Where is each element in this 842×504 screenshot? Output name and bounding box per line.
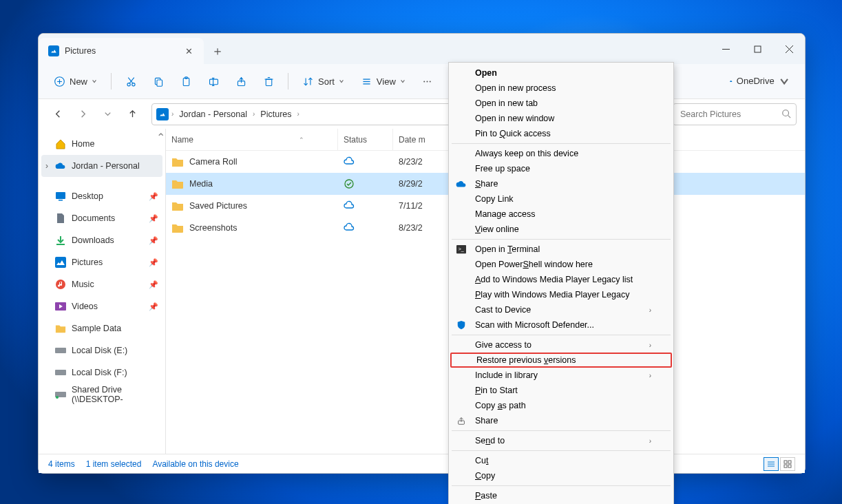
copy-button[interactable] [146,69,171,94]
svg-text:>_: >_ [459,246,464,252]
ctx-cast[interactable]: Cast to Device› [450,302,672,317]
ctx-manage-access[interactable]: Manage access [450,207,672,222]
column-name[interactable]: Name⌃ [166,129,338,150]
sidebar-item-disk-f[interactable]: Local Disk (F:) [39,361,165,384]
ctx-open[interactable]: Open [450,65,672,81]
rename-button[interactable] [201,69,226,94]
view-mode-toggle [764,457,795,471]
svg-point-30 [427,81,428,82]
paste-button[interactable] [173,69,198,94]
close-window-button[interactable] [773,34,805,64]
svg-rect-21 [266,79,272,85]
pictures-icon [156,108,169,120]
sidebar-item-home[interactable]: Home [39,133,165,155]
download-icon [55,235,66,246]
cloud-icon [55,160,66,171]
sidebar-item-music[interactable]: Music📌 [39,273,165,295]
share-button[interactable] [229,69,253,94]
network-drive-icon [55,389,66,400]
ctx-open-powershell[interactable]: Open PowerShell window here [450,257,672,272]
more-button[interactable] [415,69,440,94]
svg-rect-1 [755,46,761,52]
context-menu: Open Open in new process Open in new tab… [448,62,674,504]
ctx-include-library[interactable]: Include in library› [450,368,672,383]
ctx-open-window[interactable]: Open in new window [450,111,672,126]
maximize-button[interactable] [741,34,773,64]
sidebar-item-sample[interactable]: Sample Data [39,317,165,339]
synced-status-icon [344,178,355,189]
submenu-arrow-icon: › [649,372,651,379]
back-button[interactable] [47,103,69,125]
minimize-button[interactable] [710,34,741,64]
forward-button[interactable] [72,103,94,125]
sidebar-item-disk-e[interactable]: Local Disk (E:) [39,339,165,361]
details-view-button[interactable] [764,457,779,471]
cloud-status-icon [344,156,355,167]
chevron-right-icon[interactable]: › [171,110,173,118]
ctx-pin-start[interactable]: Pin to Start [450,383,672,398]
tiles-view-button[interactable] [780,457,795,471]
item-count: 4 items [48,459,75,469]
submenu-arrow-icon: › [649,342,651,349]
ctx-copy[interactable]: Copy [450,468,672,483]
sidebar-item-pictures[interactable]: Pictures📌 [39,251,165,273]
onedrive-button[interactable]: OneDrive [723,76,797,87]
chevron-right-icon[interactable]: › [253,110,255,118]
ctx-wmp-play[interactable]: Play with Windows Media Player Legacy [450,287,672,302]
new-tab-button[interactable]: ＋ [204,38,231,64]
svg-point-7 [127,83,129,85]
svg-point-31 [430,81,431,82]
ctx-share-onedrive[interactable]: Share [450,176,672,191]
cut-button[interactable] [118,69,143,94]
folder-icon [171,157,184,167]
ctx-send-to[interactable]: Send to› [450,433,672,448]
up-button[interactable] [121,103,143,125]
ctx-view-online[interactable]: View online [450,222,672,237]
ctx-share[interactable]: Share [450,413,672,428]
terminal-icon: >_ [456,244,467,255]
sidebar-item-personal[interactable]: Jordan - Personal [41,155,162,177]
file-explorer-window: Pictures ✕ ＋ New Sort [38,33,806,474]
search-input[interactable] [673,103,797,125]
close-tab-button[interactable]: ✕ [183,45,194,56]
ctx-always-keep[interactable]: Always keep on this device [450,146,672,161]
view-button[interactable]: View [354,69,412,94]
breadcrumb-pictures[interactable]: Pictures [257,108,294,120]
breadcrumb-personal[interactable]: Jordan - Personal [176,108,250,120]
ctx-copy-link[interactable]: Copy Link [450,191,672,207]
ctx-open-process[interactable]: Open in new process [450,81,672,96]
ctx-restore-versions[interactable]: Restore previous versions [450,353,672,368]
column-status[interactable]: Status [338,129,393,150]
ctx-open-tab[interactable]: Open in new tab [450,96,672,111]
sort-button[interactable]: Sort [295,69,351,94]
ctx-give-access[interactable]: Give access to› [450,337,672,353]
ctx-cut[interactable]: Cut [450,453,672,468]
cloud-icon [456,178,467,189]
sidebar-item-shared[interactable]: Shared Drive (\\DESKTOP- [39,384,165,406]
chevron-right-icon[interactable]: › [297,110,299,118]
availability-status: Available on this device [152,459,238,469]
sidebar-item-documents[interactable]: Documents📌 [39,207,165,229]
recent-button[interactable] [96,103,118,125]
svg-rect-35 [56,192,65,199]
tab-pictures[interactable]: Pictures ✕ [39,38,204,64]
ctx-pin-quick[interactable]: Pin to Quick access [450,126,672,141]
ctx-open-terminal[interactable]: >_Open in Terminal [450,242,672,257]
pin-icon: 📌 [149,192,158,201]
sidebar-item-videos[interactable]: Videos📌 [39,295,165,317]
new-button[interactable]: New [47,69,104,94]
sidebar-item-desktop[interactable]: Desktop📌 [39,185,165,207]
desktop-icon [55,191,66,202]
ctx-defender[interactable]: Scan with Microsoft Defender... [450,317,672,333]
ctx-free-up[interactable]: Free up space [450,161,672,176]
sidebar-item-downloads[interactable]: Downloads📌 [39,229,165,251]
ctx-wmp-add[interactable]: Add to Windows Media Player Legacy list [450,272,672,287]
folder-icon [171,201,184,211]
folder-icon [171,223,184,233]
drive-icon [55,345,66,356]
delete-button[interactable] [256,69,281,94]
home-icon [55,138,66,149]
submenu-arrow-icon: › [649,437,651,445]
ctx-paste[interactable]: Paste [450,488,672,503]
ctx-copy-path[interactable]: Copy as path [450,398,672,413]
